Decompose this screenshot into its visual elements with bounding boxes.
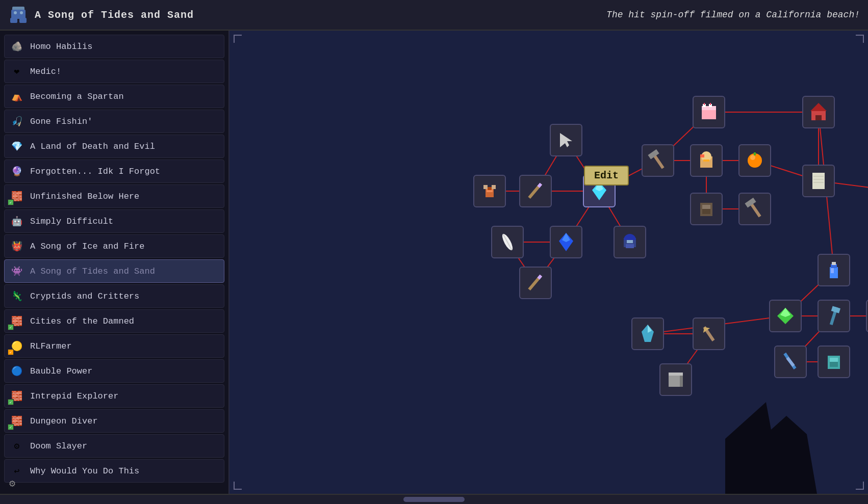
sidebar-label-dungeon-diver: Dungeon Diver bbox=[30, 416, 98, 426]
sidebar-icon-bauble-power: 🔵 bbox=[9, 363, 25, 379]
sidebar-icon-land-of-death: 💎 bbox=[9, 138, 25, 154]
sidebar-icon-gone-fishin: 🎣 bbox=[9, 113, 25, 129]
sidebar-icon-unfinished: ✓🧱 bbox=[9, 188, 25, 204]
svg-point-4 bbox=[14, 11, 17, 14]
edit-tooltip[interactable]: Edit bbox=[584, 166, 629, 185]
corner-br bbox=[856, 482, 864, 490]
sidebar-label-bauble-power: Bauble Power bbox=[30, 366, 92, 376]
node-n24[interactable] bbox=[659, 363, 692, 396]
sidebar-item-rlfarmer[interactable]: ✓🟡RLFarmer bbox=[4, 334, 224, 358]
node-n9[interactable] bbox=[642, 144, 674, 177]
sidebar: 🪨Homo Habilis❤Medic!⛺Becoming a Spartan🎣… bbox=[0, 31, 229, 494]
main-container: 🪨Homo Habilis❤Medic!⛺Becoming a Spartan🎣… bbox=[0, 31, 868, 494]
sidebar-item-song-of-ice[interactable]: 👹A Song of Ice and Fire bbox=[4, 234, 224, 258]
svg-rect-1 bbox=[11, 10, 25, 19]
node-n16[interactable] bbox=[802, 165, 835, 197]
sidebar-item-forgotten[interactable]: 🔮Forgotten... Idk I Forgot bbox=[4, 160, 224, 183]
sidebar-item-doom-slayer[interactable]: ⚙Doom Slayer bbox=[4, 434, 224, 458]
svg-rect-2 bbox=[10, 18, 17, 23]
sidebar-icon-intrepid-explorer: ✓🧱 bbox=[9, 388, 25, 404]
sidebar-label-homo-habilis: Homo Habilis bbox=[30, 42, 92, 51]
node-n2[interactable] bbox=[519, 175, 552, 207]
node-n26[interactable] bbox=[818, 346, 850, 378]
sidebar-label-simply-difficult: Simply Difficult bbox=[30, 217, 113, 226]
sidebar-item-bauble-power[interactable]: 🔵Bauble Power bbox=[4, 359, 224, 383]
settings-icon[interactable]: ⚙ bbox=[4, 475, 20, 491]
sidebar-label-cities-of-damned: Cities of the Damned bbox=[30, 316, 134, 326]
node-n1[interactable] bbox=[473, 175, 506, 207]
bottom-bar bbox=[0, 494, 868, 504]
node-n3[interactable] bbox=[550, 124, 582, 156]
sidebar-item-why-would-you[interactable]: ↩Why Would You Do This bbox=[4, 459, 224, 483]
node-n21[interactable] bbox=[866, 300, 868, 332]
scrollbar-thumb[interactable] bbox=[403, 497, 465, 502]
node-n10[interactable] bbox=[690, 144, 723, 177]
node-n13[interactable] bbox=[738, 193, 771, 225]
sidebar-icon-rlfarmer: ✓🟡 bbox=[9, 338, 25, 354]
svg-rect-3 bbox=[19, 18, 27, 23]
node-n11[interactable] bbox=[690, 193, 723, 225]
node-n19[interactable] bbox=[769, 300, 802, 332]
app-title: A Song of Tides and Sand bbox=[35, 9, 606, 21]
sidebar-label-intrepid-explorer: Intrepid Explorer bbox=[30, 391, 118, 401]
sidebar-item-cryptids[interactable]: 🦎Cryptids and Critters bbox=[4, 284, 224, 308]
corner-tl bbox=[234, 35, 242, 43]
sidebar-label-rlfarmer: RLFarmer bbox=[30, 341, 72, 351]
sidebar-icon-doom-slayer: ⚙ bbox=[9, 438, 25, 454]
sidebar-icon-forgotten: 🔮 bbox=[9, 163, 25, 179]
dark-silhouette bbox=[715, 402, 817, 494]
title-icon bbox=[8, 5, 29, 25]
node-n23[interactable] bbox=[693, 317, 725, 350]
connections-svg bbox=[229, 31, 868, 494]
node-n14[interactable] bbox=[693, 96, 725, 128]
node-n6[interactable] bbox=[614, 226, 646, 258]
sidebar-item-land-of-death[interactable]: 💎A Land of Death and Evil bbox=[4, 135, 224, 158]
sidebar-icon-song-of-ice: 👹 bbox=[9, 238, 25, 254]
sidebar-item-cities-of-damned[interactable]: ✓🧱Cities of the Damned bbox=[4, 309, 224, 333]
sidebar-icon-medic: ❤ bbox=[9, 63, 25, 79]
node-n7[interactable] bbox=[491, 226, 524, 258]
sidebar-label-unfinished: Unfinished Below Here bbox=[30, 192, 139, 201]
sidebar-item-intrepid-explorer[interactable]: ✓🧱Intrepid Explorer bbox=[4, 384, 224, 408]
sidebar-item-homo-habilis[interactable]: 🪨Homo Habilis bbox=[4, 35, 224, 58]
title-bar: A Song of Tides and Sand The hit spin-of… bbox=[0, 0, 868, 31]
corner-bl bbox=[234, 482, 242, 490]
sidebar-item-gone-fishin[interactable]: 🎣Gone Fishin' bbox=[4, 110, 224, 133]
sidebar-icon-dungeon-diver: ✓🧱 bbox=[9, 413, 25, 429]
sidebar-label-medic: Medic! bbox=[30, 67, 61, 76]
node-n12[interactable] bbox=[738, 144, 771, 177]
canvas-area[interactable]: Edit bbox=[229, 31, 868, 494]
sidebar-item-medic[interactable]: ❤Medic! bbox=[4, 60, 224, 83]
sidebar-label-cryptids: Cryptids and Critters bbox=[30, 291, 139, 301]
app-subtitle: The hit spin-off filmed on a California … bbox=[606, 10, 860, 20]
sidebar-label-song-of-tides: A Song of Tides and Sand bbox=[30, 267, 155, 276]
sidebar-label-song-of-ice: A Song of Ice and Fire bbox=[30, 242, 144, 251]
sidebar-icon-song-of-tides: 👾 bbox=[9, 263, 25, 279]
svg-point-5 bbox=[20, 11, 23, 14]
sidebar-icon-simply-difficult: 🤖 bbox=[9, 213, 25, 229]
sidebar-label-becoming-a-spartan: Becoming a Spartan bbox=[30, 92, 124, 101]
sidebar-item-simply-difficult[interactable]: 🤖Simply Difficult bbox=[4, 209, 224, 233]
node-n8[interactable] bbox=[519, 267, 552, 299]
sidebar-item-song-of-tides[interactable]: 👾A Song of Tides and Sand bbox=[4, 259, 224, 283]
sidebar-icon-cities-of-damned: ✓🧱 bbox=[9, 313, 25, 329]
sidebar-icon-cryptids: 🦎 bbox=[9, 288, 25, 304]
sidebar-icon-homo-habilis: 🪨 bbox=[9, 38, 25, 55]
node-n22[interactable] bbox=[631, 317, 664, 350]
node-n18[interactable] bbox=[818, 254, 850, 286]
sidebar-item-dungeon-diver[interactable]: ✓🧱Dungeon Diver bbox=[4, 409, 224, 433]
node-n5[interactable] bbox=[550, 226, 582, 258]
corner-tr bbox=[856, 35, 864, 43]
sidebar-label-forgotten: Forgotten... Idk I Forgot bbox=[30, 167, 160, 176]
sidebar-label-land-of-death: A Land of Death and Evil bbox=[30, 142, 155, 151]
sidebar-label-why-would-you: Why Would You Do This bbox=[30, 466, 139, 476]
node-n15[interactable] bbox=[802, 96, 835, 128]
sidebar-item-unfinished[interactable]: ✓🧱Unfinished Below Here bbox=[4, 184, 224, 208]
sidebar-icon-becoming-a-spartan: ⛺ bbox=[9, 88, 25, 104]
sidebar-item-becoming-a-spartan[interactable]: ⛺Becoming a Spartan bbox=[4, 85, 224, 108]
node-n20[interactable] bbox=[818, 300, 850, 332]
sidebar-label-doom-slayer: Doom Slayer bbox=[30, 441, 87, 451]
node-n25[interactable] bbox=[774, 346, 807, 378]
sidebar-label-gone-fishin: Gone Fishin' bbox=[30, 117, 92, 126]
